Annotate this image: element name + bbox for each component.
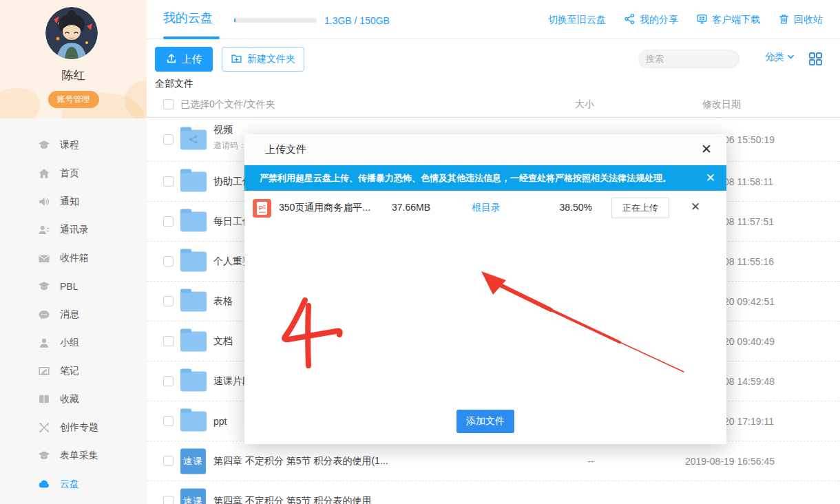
file-icon-wrap — [180, 371, 207, 391]
upload-button[interactable]: 上传 — [155, 47, 213, 72]
sidebar-item-label: 通讯录 — [60, 224, 89, 236]
search-box[interactable] — [638, 50, 739, 68]
sidebar-item-创作专题[interactable]: 创作专题 — [0, 413, 147, 441]
decorative-blob — [0, 80, 47, 118]
file-icon-wrap — [180, 129, 207, 149]
sidebar-item-首页[interactable]: 首页 — [0, 159, 147, 187]
sidebar-item-label: 消息 — [60, 308, 79, 321]
file-name[interactable]: 视频 — [213, 124, 233, 136]
sidebar-item-label: 课程 — [60, 139, 79, 151]
sidebar-item-笔记[interactable]: 笔记 — [0, 357, 147, 385]
header-link-客户端下载[interactable]: 客户端下载 — [696, 13, 760, 27]
sidebar-item-label: 通知 — [60, 196, 79, 208]
file-name[interactable]: 文档 — [213, 335, 233, 348]
suke-badge: 速课 — [180, 448, 206, 474]
file-name[interactable]: ppt — [213, 416, 227, 427]
row-checkbox[interactable] — [163, 376, 174, 386]
sidebar-item-云盘[interactable]: 云盘 — [0, 470, 147, 498]
folder-icon — [180, 211, 207, 231]
select-all-checkbox[interactable] — [163, 99, 174, 109]
row-checkbox[interactable] — [163, 134, 174, 145]
row-checkbox[interactable] — [163, 456, 174, 466]
home-icon — [38, 167, 50, 180]
sidebar-item-label: 创作专题 — [60, 421, 98, 434]
grid-view-icon[interactable] — [807, 50, 823, 67]
file-name[interactable]: 表格 — [213, 295, 233, 308]
avatar — [45, 7, 98, 59]
svg-text:P: P — [259, 204, 263, 211]
new-folder-button-label: 新建文件夹 — [247, 53, 295, 65]
sidebar-item-收藏[interactable]: 收藏 — [0, 385, 147, 413]
row-checkbox[interactable] — [163, 176, 174, 187]
header-link-我的分享[interactable]: 我的分享 — [624, 13, 678, 27]
header-links: 切换至旧云盘我的分享客户端下载回收站 — [548, 0, 823, 39]
upload-filesize: 37.66MB — [361, 202, 430, 213]
upload-target-folder-link[interactable]: 根目录 — [472, 202, 501, 214]
row-checkbox[interactable] — [163, 336, 174, 346]
topbar: 我的云盘 1.3GB / 150GB 切换至旧云盘我的分享客户端下载回收站 — [147, 0, 840, 39]
storage-quota-fill — [234, 18, 235, 23]
file-name[interactable]: 第四章 不定积分 第5节 积分表的使用 — [213, 495, 371, 504]
sidebar-item-label: 收件箱 — [60, 252, 89, 264]
suke-badge: 速课 — [180, 488, 206, 504]
file-icon-wrap: 速课 — [180, 448, 206, 474]
sidebar-item-小组[interactable]: 小组 — [0, 328, 147, 357]
file-icon-wrap — [180, 291, 207, 311]
file-name[interactable]: 第四章 不定积分 第5节 积分表的使用(1... — [213, 455, 388, 468]
tab-my-cloud-disk[interactable]: 我的云盘 — [163, 10, 213, 26]
file-icon-wrap — [180, 251, 207, 271]
file-modified-date: 2019-08-19 16:56:45 — [685, 456, 775, 467]
sidebar-item-label: PBL — [60, 281, 78, 292]
sidebar-item-通知[interactable]: 通知 — [0, 187, 147, 216]
folder-icon — [180, 171, 207, 191]
sidebar-item-表单采集[interactable]: 表单采集 — [0, 441, 147, 470]
sidebar-item-通讯录[interactable]: 通讯录 — [0, 216, 147, 244]
column-header-size[interactable]: 大小 — [575, 98, 594, 111]
upload-item-close-icon[interactable]: ✕ — [691, 200, 700, 214]
modal-close-icon[interactable]: ✕ — [699, 142, 714, 157]
column-header-date[interactable]: 修改日期 — [702, 98, 741, 111]
sidebar-item-PBL[interactable]: PBL — [0, 272, 147, 300]
profile-panel: 陈红 账号管理 — [0, 0, 147, 118]
header-link-回收站[interactable]: 回收站 — [778, 13, 823, 27]
file-row[interactable]: 速课第四章 不定积分 第5节 积分表的使用 — [147, 481, 840, 504]
add-file-button[interactable]: 添加文件 — [456, 410, 514, 433]
warning-text: 严禁利用超星云盘上传、传播暴力恐怖、色情及其他违法信息，一经查处将严格按照相关法… — [260, 172, 671, 185]
category-dropdown[interactable]: 分类 — [765, 51, 795, 63]
header-link-label: 切换至旧云盘 — [548, 14, 606, 26]
file-icon-wrap — [180, 211, 207, 231]
folder-icon — [180, 371, 207, 391]
banner-close-icon[interactable]: ✕ — [706, 171, 715, 185]
sidebar-item-label: 表单采集 — [60, 450, 98, 462]
sidebar-item-消息[interactable]: 消息 — [0, 300, 147, 328]
row-checkbox[interactable] — [163, 216, 174, 227]
sidebar-item-课程[interactable]: 课程 — [0, 131, 147, 159]
header-link-切换至旧云盘[interactable]: 切换至旧云盘 — [548, 14, 606, 26]
row-checkbox[interactable] — [163, 496, 174, 504]
row-checkbox[interactable] — [163, 416, 174, 426]
warning-banner: 严禁利用超星云盘上传、传播暴力恐怖、色情及其他违法信息，一经查处将严格按照相关法… — [244, 165, 726, 191]
contacts-icon — [38, 224, 50, 236]
file-icon-wrap — [180, 411, 207, 431]
account-manage-button[interactable]: 账号管理 — [48, 91, 99, 108]
upload-modal: 上传文件 ✕ 严禁利用超星云盘上传、传播暴力恐怖、色情及其他违法信息，一经查处将… — [244, 134, 726, 444]
create-icon — [38, 421, 50, 434]
sidebar-item-收件箱[interactable]: 收件箱 — [0, 244, 147, 272]
cloud-icon — [38, 478, 50, 490]
row-checkbox[interactable] — [163, 256, 174, 266]
folder-icon — [180, 411, 207, 431]
new-folder-button[interactable]: 新建文件夹 — [222, 47, 304, 72]
tab-active-underline — [163, 36, 220, 39]
group-icon — [38, 337, 50, 349]
upload-icon — [166, 53, 177, 66]
row-checkbox[interactable] — [163, 296, 174, 306]
search-input[interactable] — [646, 54, 767, 64]
upload-status-button[interactable]: 正在上传 — [611, 198, 669, 218]
file-invite-code: 邀请码： — [213, 140, 246, 151]
header-link-label: 我的分享 — [640, 14, 678, 26]
file-icon-wrap — [180, 171, 207, 191]
modal-header: 上传文件 ✕ — [244, 134, 726, 165]
upload-item-row: P 350页通用商务扁平... 37.66MB 根目录 38.50% 正在上传 … — [244, 191, 726, 226]
file-size: -- — [560, 456, 622, 467]
file-row[interactable]: 速课第四章 不定积分 第5节 积分表的使用(1...--2019-08-19 1… — [147, 441, 840, 481]
